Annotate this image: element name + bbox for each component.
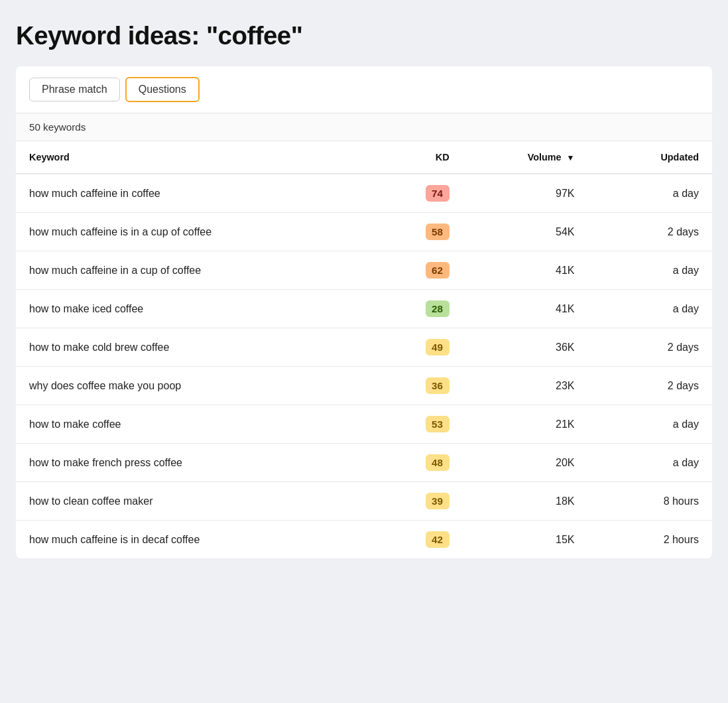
kd-badge: 49 (426, 339, 450, 355)
table-container: Keyword KD Volume ▼ Updated how much caf… (16, 141, 712, 558)
table-row: how much caffeine in a cup of coffee6241… (16, 251, 712, 290)
cell-kd: 74 (372, 174, 462, 213)
cell-keyword: how much caffeine is in a cup of coffee (16, 213, 372, 251)
cell-volume: 18K (463, 482, 588, 521)
col-header-updated: Updated (587, 141, 712, 174)
cell-volume: 21K (463, 405, 588, 444)
cell-updated: 2 days (587, 328, 712, 367)
cell-kd: 48 (372, 444, 462, 482)
cell-volume: 36K (463, 328, 588, 367)
kd-badge: 39 (426, 493, 450, 509)
table-row: how to make cold brew coffee4936K2 days (16, 328, 712, 367)
page-wrapper: Keyword ideas: "coffee" Phrase match Que… (0, 0, 728, 703)
table-row: how much caffeine in coffee7497Ka day (16, 174, 712, 213)
cell-updated: 2 hours (587, 521, 712, 559)
cell-updated: a day (587, 405, 712, 444)
cell-kd: 53 (372, 405, 462, 444)
table-row: how to make french press coffee4820Ka da… (16, 444, 712, 482)
cell-kd: 39 (372, 482, 462, 521)
kd-badge: 53 (426, 416, 450, 432)
table-header-row: Keyword KD Volume ▼ Updated (16, 141, 712, 174)
keywords-count: 50 keywords (16, 113, 712, 141)
cell-updated: 8 hours (587, 482, 712, 521)
cell-keyword: how to make coffee (16, 405, 372, 444)
cell-updated: 2 days (587, 367, 712, 405)
table-row: why does coffee make you poop3623K2 days (16, 367, 712, 405)
sort-arrow-icon: ▼ (567, 153, 575, 162)
page-title: Keyword ideas: "coffee" (16, 21, 712, 50)
tabs-row: Phrase match Questions (16, 66, 712, 113)
keywords-table: Keyword KD Volume ▼ Updated how much caf… (16, 141, 712, 558)
cell-keyword: how to make cold brew coffee (16, 328, 372, 367)
kd-badge: 42 (426, 531, 450, 548)
main-card: Phrase match Questions 50 keywords Keywo… (16, 66, 712, 558)
cell-volume: 23K (463, 367, 588, 405)
table-body: how much caffeine in coffee7497Ka dayhow… (16, 174, 712, 558)
cell-kd: 36 (372, 367, 462, 405)
kd-badge: 28 (426, 300, 450, 317)
cell-updated: a day (587, 251, 712, 290)
table-row: how much caffeine is in decaf coffee4215… (16, 521, 712, 559)
cell-volume: 41K (463, 290, 588, 328)
cell-keyword: how to make iced coffee (16, 290, 372, 328)
cell-keyword: how to make french press coffee (16, 444, 372, 482)
cell-volume: 41K (463, 251, 588, 290)
cell-kd: 58 (372, 213, 462, 251)
cell-updated: a day (587, 290, 712, 328)
cell-keyword: how to clean coffee maker (16, 482, 372, 521)
cell-keyword: why does coffee make you poop (16, 367, 372, 405)
tab-phrase-match[interactable]: Phrase match (29, 78, 120, 101)
cell-updated: 2 days (587, 213, 712, 251)
cell-volume: 20K (463, 444, 588, 482)
cell-volume: 15K (463, 521, 588, 559)
cell-keyword: how much caffeine in coffee (16, 174, 372, 213)
col-header-volume[interactable]: Volume ▼ (463, 141, 588, 174)
col-header-kd: KD (372, 141, 462, 174)
cell-keyword: how much caffeine in a cup of coffee (16, 251, 372, 290)
table-row: how to clean coffee maker3918K8 hours (16, 482, 712, 521)
cell-kd: 42 (372, 521, 462, 559)
cell-kd: 49 (372, 328, 462, 367)
table-row: how much caffeine is in a cup of coffee5… (16, 213, 712, 251)
tab-questions[interactable]: Questions (125, 77, 200, 102)
cell-keyword: how much caffeine is in decaf coffee (16, 521, 372, 559)
cell-volume: 97K (463, 174, 588, 213)
kd-badge: 36 (426, 377, 450, 394)
kd-badge: 48 (426, 454, 450, 471)
table-row: how to make coffee5321Ka day (16, 405, 712, 444)
kd-badge: 58 (426, 224, 450, 240)
cell-kd: 28 (372, 290, 462, 328)
col-header-keyword: Keyword (16, 141, 372, 174)
cell-kd: 62 (372, 251, 462, 290)
cell-volume: 54K (463, 213, 588, 251)
kd-badge: 62 (426, 262, 450, 279)
cell-updated: a day (587, 174, 712, 213)
cell-updated: a day (587, 444, 712, 482)
kd-badge: 74 (426, 185, 450, 202)
table-row: how to make iced coffee2841Ka day (16, 290, 712, 328)
